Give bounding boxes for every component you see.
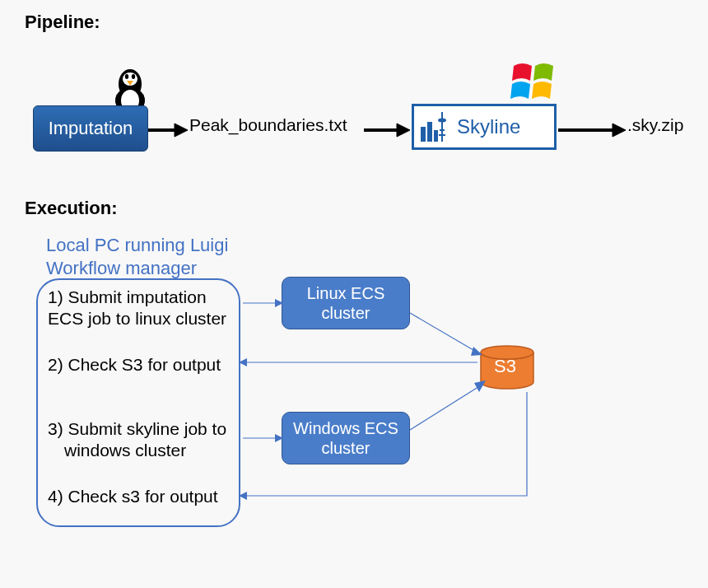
step-3-line2: windows cluster [48, 441, 186, 460]
svg-point-4 [125, 74, 128, 79]
step-1-line1: 1) Submit imputation [48, 287, 207, 306]
svg-marker-9 [175, 124, 188, 137]
execution-heading: Execution: [25, 198, 117, 219]
output-ext-label: .sky.zip [627, 115, 683, 135]
skyline-box: Skyline [412, 104, 557, 150]
skyline-city-icon [419, 110, 452, 143]
svg-rect-12 [421, 127, 426, 142]
windows-ecs-box: Windows ECS cluster [282, 412, 410, 464]
luigi-title: Local PC running Luigi Workflow manager [46, 234, 228, 279]
imputation-label: Imputation [49, 118, 133, 139]
arrow-imputation-to-peak [148, 122, 188, 138]
s3-label: S3 [494, 356, 516, 377]
step-3-line1: 3) Submit skyline job to [48, 419, 226, 438]
svg-rect-13 [427, 122, 432, 142]
skyline-label: Skyline [457, 115, 520, 138]
linux-ecs-box: Linux ECS cluster [282, 277, 410, 329]
linux-ecs-line2: cluster [322, 304, 370, 322]
peak-boundaries-label: Peak_boundaries.txt [189, 115, 347, 135]
luigi-title-line2: Workflow manager [46, 258, 197, 278]
luigi-title-line1: Local PC running Luigi [46, 235, 228, 255]
step-1: 1) Submit imputation ECS job to linux cl… [48, 287, 245, 330]
step-3: 3) Submit skyline job to windows cluster [48, 418, 245, 462]
linux-ecs-line1: Linux ECS [307, 284, 385, 302]
diagram-root: Pipeline: Imputation Peak_boundaries.txt [0, 0, 708, 588]
svg-line-30 [410, 385, 481, 430]
windows-ecs-line2: cluster [322, 439, 370, 457]
step-2-text: 2) Check S3 for output [48, 355, 221, 374]
svg-marker-20 [613, 124, 626, 137]
svg-rect-14 [434, 130, 438, 142]
imputation-box: Imputation [33, 105, 148, 152]
step-2: 2) Check S3 for output [48, 354, 245, 376]
svg-point-5 [132, 74, 135, 79]
windows-ecs-line1: Windows ECS [293, 419, 398, 437]
arrow-peak-to-skyline [364, 122, 410, 138]
svg-marker-11 [397, 124, 410, 137]
arrow-skyline-to-output [558, 122, 626, 138]
step-4-text: 4) Check s3 for output [48, 487, 218, 506]
svg-point-16 [438, 119, 446, 123]
step-1-line2: ECS job to linux cluster [48, 309, 226, 328]
windows-logo-icon [510, 59, 560, 105]
step-4: 4) Check s3 for output [48, 486, 245, 507]
pipeline-heading: Pipeline: [25, 12, 100, 33]
svg-line-24 [410, 313, 477, 352]
